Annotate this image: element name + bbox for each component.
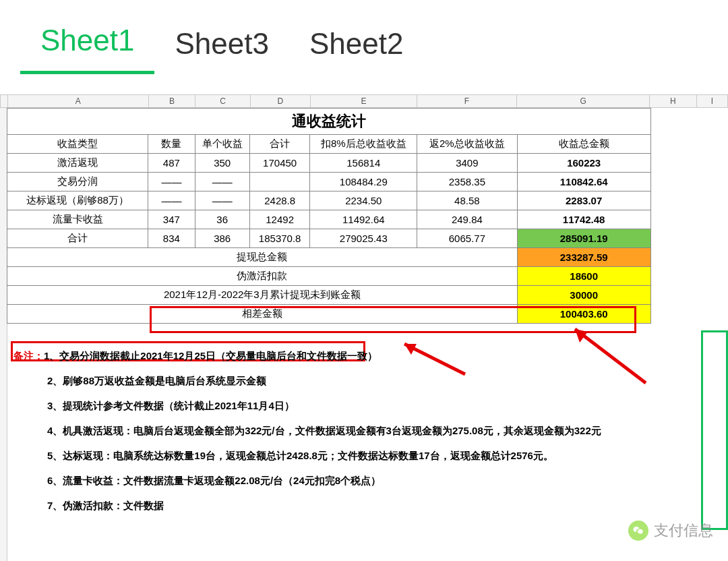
watermark-text: 支付信息 [654,521,713,541]
title-row: 通收益统计 [7,109,728,135]
cell[interactable]: 11492.64 [310,210,417,229]
cell[interactable]: —— [148,173,195,191]
cell[interactable]: 170450 [249,154,310,173]
hdr-total: 收益总金额 [517,135,650,154]
row-withdraw: 提现总金额 233287.59 [7,248,728,267]
column-headers: A B C D E F G H I [0,94,728,108]
cell[interactable]: 36 [195,210,249,229]
col-G[interactable]: G [517,95,650,108]
cell-diff[interactable]: 100403.60 [517,305,650,324]
cell[interactable]: 2358.35 [417,173,518,191]
cell-withdraw-total[interactable]: 233287.59 [517,248,650,267]
cell[interactable]: 合计 [7,229,148,248]
row-fake-activate: 伪激活扣款 18600 [7,267,728,286]
cell[interactable]: 249.84 [417,210,518,229]
cell[interactable]: 347 [148,210,195,229]
cell[interactable]: 3409 [417,154,518,173]
cell[interactable] [249,173,310,191]
data-table: 通收益统计 收益类型 数量 单个收益 合计 扣8%后总收益收益 返2%总收益收益… [7,108,728,324]
col-F[interactable]: F [417,95,516,108]
cell[interactable]: 提现总金额 [7,248,518,267]
cell[interactable]: 2234.50 [310,191,417,210]
col-C[interactable]: C [195,95,250,108]
cell[interactable]: 160223 [517,154,650,173]
cell[interactable]: 11742.48 [517,210,650,229]
col-A[interactable]: A [7,95,148,108]
notes-block: 备注：1、交易分润数据截止2021年12月25日（交易量电脑后台和文件数据一致）… [13,344,715,525]
cell[interactable]: 48.58 [417,191,518,210]
header-row: 收益类型 数量 单个收益 合计 扣8%后总收益收益 返2%总收益收益 收益总金额 [7,135,728,154]
cell[interactable]: 156814 [310,154,417,173]
row-activate: 激活返现 487 350 170450 156814 3409 160223 [7,154,728,173]
note-prefix: 备注： [13,350,44,361]
hdr-type: 收益类型 [7,135,148,154]
tab-sheet1[interactable]: Sheet1 [20,17,154,74]
cell[interactable]: 110842.64 [517,173,650,191]
cell[interactable]: 386 [195,229,249,248]
row-target: 达标返现（刷够88万） —— —— 2428.8 2234.50 48.58 2… [7,191,728,210]
cell[interactable]: 交易分润 [7,173,148,191]
cell-fake-deduct[interactable]: 18600 [517,267,650,286]
cell-total-sum[interactable]: 285091.19 [517,229,650,248]
cell[interactable]: 相差金额 [7,305,518,324]
hdr-after8: 扣8%后总收益收益 [310,135,417,154]
note-2: 2、刷够88万返收益金额是电脑后台系统显示金额 [47,375,715,388]
row-trade: 交易分润 —— —— 108484.29 2358.35 110842.64 [7,173,728,191]
col-B[interactable]: B [148,95,195,108]
row-total: 合计 834 386 185370.8 279025.43 6065.77 28… [7,229,728,248]
row-diff: 相差金额 100403.60 [7,305,728,324]
note-4: 4、机具激活返现：电脑后台返现金额全部为322元/台，文件数据返现金额有3台返现… [47,425,715,438]
note-7: 7、伪激活扣款：文件数据 [47,500,715,512]
tab-sheet3[interactable]: Sheet3 [154,20,289,74]
hdr-qty: 数量 [148,135,195,154]
cell[interactable]: 350 [195,154,249,173]
hdr-sum: 合计 [249,135,310,154]
cell[interactable]: —— [195,191,249,210]
col-E[interactable]: E [311,95,417,108]
cell-pending[interactable]: 30000 [517,286,650,305]
note-1: 备注：1、交易分润数据截止2021年12月25日（交易量电脑后台和文件数据一致） [13,350,715,363]
note-1-text: 1、交易分润数据截止2021年12月25日（交易量电脑后台和文件数据一致） [44,350,377,361]
sheet-tabs: Sheet1 Sheet3 Sheet2 [0,0,728,74]
cell[interactable]: 2283.07 [517,191,650,210]
col-H[interactable]: H [650,95,697,108]
hdr-unit: 单个收益 [195,135,249,154]
cell[interactable]: 伪激活扣款 [7,267,518,286]
wechat-icon [628,521,648,541]
hdr-ret2: 返2%总收益收益 [417,135,518,154]
cell[interactable]: 2021年12月-2022年3月累计提现未到账金额 [7,286,518,305]
cell[interactable]: 12492 [249,210,310,229]
cell[interactable]: —— [195,173,249,191]
row-traffic: 流量卡收益 347 36 12492 11492.64 249.84 11742… [7,210,728,229]
cell[interactable]: 流量卡收益 [7,210,148,229]
cell[interactable]: 6065.77 [417,229,518,248]
col-D[interactable]: D [250,95,310,108]
row-pending: 2021年12月-2022年3月累计提现未到账金额 30000 [7,286,728,305]
cell[interactable]: 达标返现（刷够88万） [7,191,148,210]
note-6: 6、流量卡收益：文件数据流量卡返现金额22.08元/台（24元扣完8个税点） [47,475,715,488]
table-title: 通收益统计 [7,109,651,135]
cell[interactable]: 279025.43 [310,229,417,248]
page-root: { "tabs": { "t1": "Sheet1", "t2": "Sheet… [0,0,728,561]
cell[interactable]: 2428.8 [249,191,310,210]
note-5: 5、达标返现：电脑系统达标数量19台，返现金额总计2428.8元；文件数据达标数… [47,450,715,463]
cell[interactable]: 185370.8 [249,229,310,248]
tab-sheet2[interactable]: Sheet2 [289,20,423,74]
cell[interactable]: 108484.29 [310,173,417,191]
cell[interactable]: —— [148,191,195,210]
note-3: 3、提现统计参考文件数据（统计截止2021年11月4日） [47,400,715,413]
col-I[interactable]: I [696,95,727,108]
cell[interactable]: 激活返现 [7,154,148,173]
watermark: 支付信息 [628,521,713,541]
cell[interactable]: 487 [148,154,195,173]
cell[interactable]: 834 [148,229,195,248]
